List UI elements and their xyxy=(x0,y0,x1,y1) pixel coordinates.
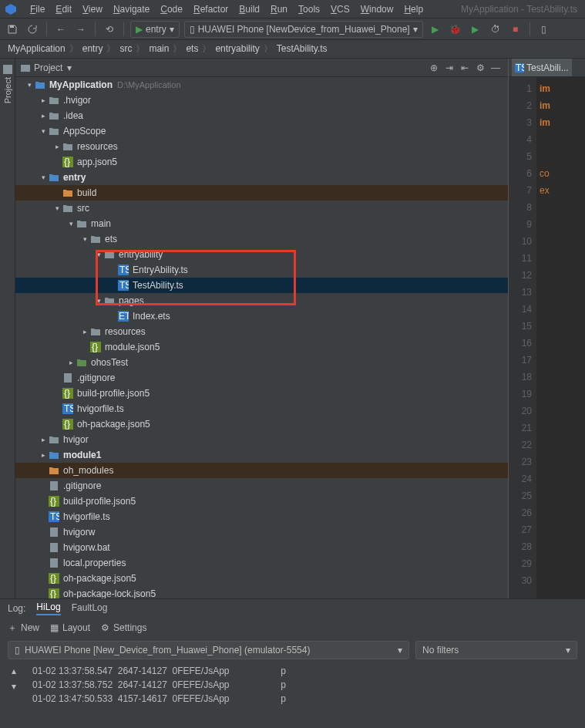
menu-run[interactable]: Run xyxy=(265,4,293,15)
sync-icon[interactable]: ⟲ xyxy=(102,22,117,37)
tree-row-module-json5[interactable]: {}module.json5 xyxy=(15,339,508,355)
crumb-2[interactable]: src xyxy=(118,43,133,54)
menu-build[interactable]: Build xyxy=(234,4,265,15)
tree-row-entry[interactable]: ▾entry xyxy=(15,170,508,185)
menu-navigate[interactable]: Navigate xyxy=(108,4,155,15)
hide-icon[interactable]: — xyxy=(488,60,503,76)
tree-row-oh-modules[interactable]: oh_modules xyxy=(15,463,508,478)
stop-icon[interactable]: ■ xyxy=(508,22,523,37)
tree-row-oh-package-json5[interactable]: {}oh-package.json5 xyxy=(15,416,508,432)
save-icon[interactable] xyxy=(5,22,20,37)
tree-row-local-properties[interactable]: local.properties xyxy=(15,555,508,571)
tree-row-hvigorfile-ts[interactable]: TShvigorfile.ts xyxy=(15,509,508,524)
crumb-0[interactable]: MyApplication xyxy=(6,43,67,54)
tree-row-hvigor[interactable]: ▸hvigor xyxy=(15,432,508,447)
project-tree[interactable]: ▾MyApplicationD:\MyApplication▸.hvigor▸.… xyxy=(15,77,508,598)
chevron-right-icon[interactable]: ▸ xyxy=(39,436,48,443)
chevron-down-icon[interactable]: ▾ xyxy=(25,81,34,89)
scroll-down-icon[interactable]: ▾ xyxy=(12,681,16,692)
tree-row-main[interactable]: ▾main xyxy=(15,216,508,231)
tree-row-src[interactable]: ▾src xyxy=(15,201,508,216)
project-rail-label[interactable]: Project xyxy=(3,77,12,103)
menu-code[interactable]: Code xyxy=(155,4,188,15)
crumb-4[interactable]: ets xyxy=(184,43,200,54)
tree-row-module1[interactable]: ▸module1 xyxy=(15,447,508,463)
tree-row-appscope[interactable]: ▾AppScope xyxy=(15,123,508,139)
crumb-3[interactable]: main xyxy=(147,43,170,54)
tree-row-oh-package-lock-json5[interactable]: {}oh-package-lock.json5 xyxy=(15,586,508,598)
tree-row-resources[interactable]: ▸resources xyxy=(15,324,508,339)
menu-tools[interactable]: Tools xyxy=(293,4,325,15)
chevron-down-icon[interactable]: ▾ xyxy=(80,235,89,243)
tree-row-entryability[interactable]: ▾entryability xyxy=(15,247,508,262)
tree-row-build-profile-json5[interactable]: {}build-profile.json5 xyxy=(15,386,508,401)
tree-row-hvigorfile-ts[interactable]: TShvigorfile.ts xyxy=(15,401,508,416)
chevron-down-icon[interactable]: ▾ xyxy=(52,204,62,212)
tree-row-hvigorw-bat[interactable]: hvigorw.bat xyxy=(15,540,508,555)
chevron-down-icon[interactable]: ▾ xyxy=(67,62,72,73)
run-config-selector[interactable]: ▶ entry ▾ xyxy=(130,21,180,38)
project-rail-icon[interactable] xyxy=(3,65,12,74)
chevron-down-icon[interactable]: ▾ xyxy=(66,220,76,228)
menu-edit[interactable]: Edit xyxy=(50,4,77,15)
settings-button[interactable]: ⚙Settings xyxy=(101,622,146,633)
chevron-right-icon[interactable]: ▸ xyxy=(39,96,48,104)
tree-row--idea[interactable]: ▸.idea xyxy=(15,108,508,123)
chevron-down-icon[interactable]: ▾ xyxy=(39,174,48,181)
editor-tab-testability[interactable]: TS TestAbili... xyxy=(512,59,572,76)
gear-icon[interactable]: ⚙ xyxy=(472,60,488,76)
menu-help[interactable]: Help xyxy=(398,4,429,15)
tree-row-resources[interactable]: ▸resources xyxy=(15,139,508,154)
tree-row--gitignore[interactable]: .gitignore xyxy=(15,478,508,494)
crumb-6[interactable]: TestAbility.ts xyxy=(275,43,329,54)
tree-row-entryability-ts[interactable]: TSEntryAbility.ts xyxy=(15,262,508,278)
tree-row-oh-package-json5[interactable]: {}oh-package.json5 xyxy=(15,571,508,586)
chevron-right-icon[interactable]: ▸ xyxy=(66,359,76,366)
coverage-icon[interactable]: ▶ xyxy=(468,22,483,37)
back-icon[interactable]: ← xyxy=(53,22,69,37)
collapse-icon[interactable]: ⇤ xyxy=(457,60,472,76)
scroll-up-icon[interactable]: ▴ xyxy=(12,666,16,676)
menu-view[interactable]: View xyxy=(77,4,108,15)
tree-row-pages[interactable]: ▾pages xyxy=(15,293,508,308)
tree-row-app-json5[interactable]: {}app.json5 xyxy=(15,154,508,170)
menu-refactor[interactable]: Refactor xyxy=(188,4,234,15)
chevron-right-icon[interactable]: ▸ xyxy=(80,328,89,335)
log-output[interactable]: 01-02 13:37:58.547 2647-14127 0FEFE/JsAp… xyxy=(28,662,585,719)
chevron-right-icon[interactable]: ▸ xyxy=(39,112,48,120)
layout-button[interactable]: ▦Layout xyxy=(50,622,90,633)
chevron-down-icon[interactable]: ▾ xyxy=(94,297,103,305)
tree-row-testability-ts[interactable]: TSTestAbility.ts xyxy=(15,278,508,293)
forward-icon[interactable]: → xyxy=(73,22,89,37)
device-filter-dropdown[interactable]: ▯HUAWEI Phone [New_Device_from_Huawei_Ph… xyxy=(8,641,409,659)
menu-file[interactable]: File xyxy=(25,4,50,15)
run-icon[interactable]: ▶ xyxy=(428,22,443,37)
new-button[interactable]: ＋New xyxy=(8,622,39,635)
tree-row--hvigor[interactable]: ▸.hvigor xyxy=(15,93,508,108)
profile-icon[interactable]: ⏱ xyxy=(488,22,503,37)
chevron-down-icon[interactable]: ▾ xyxy=(94,251,103,258)
tab-faultlog[interactable]: FaultLog xyxy=(72,602,108,615)
chevron-right-icon[interactable]: ▸ xyxy=(39,451,48,459)
refresh-icon[interactable] xyxy=(25,22,40,37)
tree-row-hvigorw[interactable]: hvigorw xyxy=(15,524,508,540)
chevron-down-icon[interactable]: ▾ xyxy=(39,127,48,135)
chevron-right-icon[interactable]: ▸ xyxy=(52,143,62,150)
menu-vcs[interactable]: VCS xyxy=(325,4,355,15)
device-selector[interactable]: ▯ HUAWEI Phone [NewDevice_from_Huawei_Ph… xyxy=(184,21,423,38)
menu-window[interactable]: Window xyxy=(355,4,399,15)
tree-row-ets[interactable]: ▾ets xyxy=(15,231,508,247)
debug-icon[interactable]: 🐞 xyxy=(448,22,463,37)
crumb-1[interactable]: entry xyxy=(81,43,105,54)
text-filter-dropdown[interactable]: No filters ▾ xyxy=(415,641,577,659)
tree-row-ohostest[interactable]: ▸ohosTest xyxy=(15,355,508,370)
tree-row--gitignore[interactable]: .gitignore xyxy=(15,370,508,386)
tree-row-index-ets[interactable]: ETSIndex.ets xyxy=(15,308,508,324)
tab-hilog[interactable]: HiLog xyxy=(36,602,60,615)
expand-icon[interactable]: ⇥ xyxy=(442,60,457,76)
tree-row-build[interactable]: build xyxy=(15,185,508,201)
target-icon[interactable]: ⊕ xyxy=(426,60,442,76)
tree-row-build-profile-json5[interactable]: {}build-profile.json5 xyxy=(15,494,508,509)
device-manager-icon[interactable]: ▯ xyxy=(536,22,552,37)
editor-code[interactable]: im im im co ex xyxy=(536,77,585,598)
